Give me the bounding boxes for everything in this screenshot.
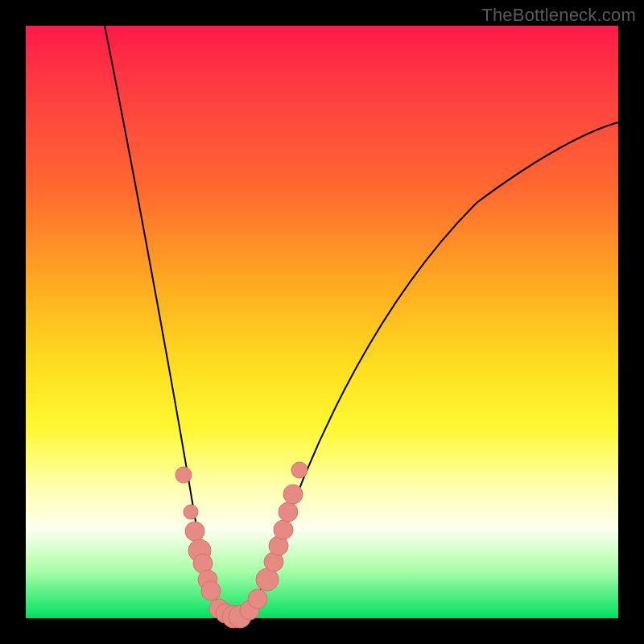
- marker-dot: [274, 520, 293, 539]
- curve-layer: [26, 26, 618, 618]
- marker-dot: [283, 485, 303, 504]
- marker-dot: [291, 462, 308, 478]
- marker-dot: [185, 522, 204, 541]
- marker-dot: [201, 581, 221, 601]
- marker-dot: [184, 505, 198, 519]
- chart-frame: TheBottleneck.com: [0, 0, 644, 644]
- marker-dot: [279, 502, 298, 522]
- marker-dot: [248, 589, 267, 609]
- watermark-text: TheBottleneck.com: [481, 5, 636, 26]
- marker-group: [175, 462, 308, 628]
- bottleneck-curve: [105, 26, 618, 616]
- marker-dot: [175, 467, 192, 483]
- plot-area: [26, 26, 618, 618]
